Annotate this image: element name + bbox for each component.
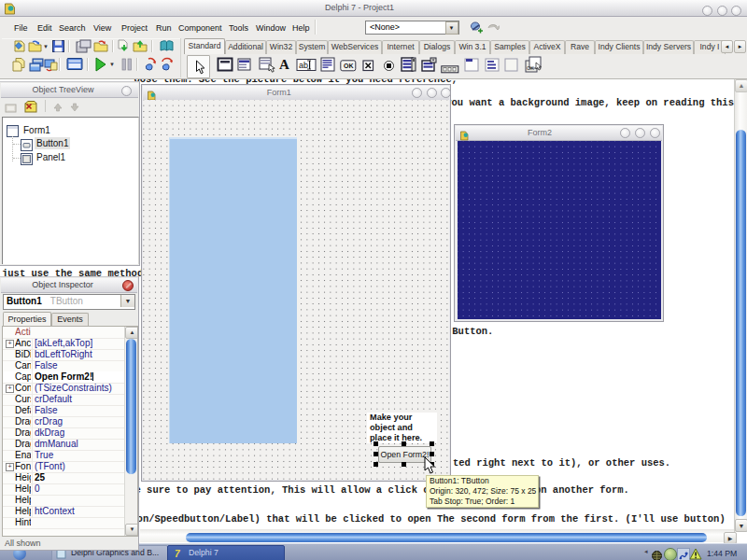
svg-text:OK: OK [344,63,354,69]
svg-text:OK: OK [527,65,534,71]
svg-text:ab: ab [299,61,308,70]
